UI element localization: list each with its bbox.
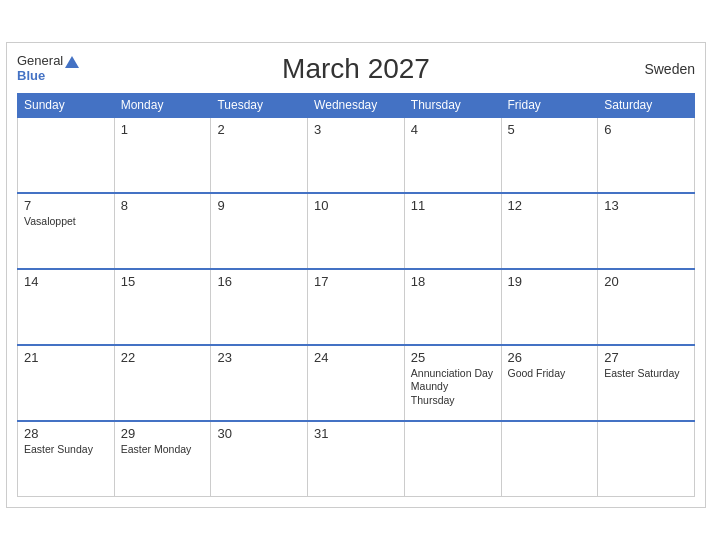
day-number: 23 (217, 350, 301, 365)
calendar-cell: 11 (404, 193, 501, 269)
calendar-cell: 14 (18, 269, 115, 345)
event-label: Easter Saturday (604, 367, 688, 381)
calendar-cell: 3 (308, 117, 405, 193)
day-number: 1 (121, 122, 205, 137)
country-label: Sweden (644, 61, 695, 77)
day-number: 11 (411, 198, 495, 213)
day-number: 25 (411, 350, 495, 365)
event-label: Maundy Thursday (411, 380, 495, 407)
col-sunday: Sunday (18, 93, 115, 117)
calendar-grid: Sunday Monday Tuesday Wednesday Thursday… (17, 93, 695, 498)
day-number: 16 (217, 274, 301, 289)
day-number: 24 (314, 350, 398, 365)
calendar-week-row: 7Vasaloppet8910111213 (18, 193, 695, 269)
day-number: 7 (24, 198, 108, 213)
day-number: 5 (508, 122, 592, 137)
calendar-cell: 5 (501, 117, 598, 193)
day-number: 29 (121, 426, 205, 441)
calendar-container: General Blue March 2027 Sweden Sunday Mo… (6, 42, 706, 509)
day-number: 19 (508, 274, 592, 289)
calendar-cell: 20 (598, 269, 695, 345)
calendar-cell: 10 (308, 193, 405, 269)
calendar-cell: 24 (308, 345, 405, 421)
day-number: 9 (217, 198, 301, 213)
day-number: 31 (314, 426, 398, 441)
calendar-title: March 2027 (17, 53, 695, 85)
calendar-cell: 19 (501, 269, 598, 345)
logo-blue-text: Blue (17, 69, 45, 83)
day-number: 17 (314, 274, 398, 289)
event-label: Annunciation Day (411, 367, 495, 381)
day-number: 4 (411, 122, 495, 137)
calendar-cell: 26Good Friday (501, 345, 598, 421)
calendar-cell: 17 (308, 269, 405, 345)
col-wednesday: Wednesday (308, 93, 405, 117)
calendar-cell: 29Easter Monday (114, 421, 211, 497)
calendar-cell: 12 (501, 193, 598, 269)
event-label: Easter Sunday (24, 443, 108, 457)
col-tuesday: Tuesday (211, 93, 308, 117)
col-monday: Monday (114, 93, 211, 117)
day-number: 14 (24, 274, 108, 289)
day-number: 3 (314, 122, 398, 137)
weekday-header-row: Sunday Monday Tuesday Wednesday Thursday… (18, 93, 695, 117)
calendar-cell: 21 (18, 345, 115, 421)
day-number: 12 (508, 198, 592, 213)
calendar-cell: 9 (211, 193, 308, 269)
day-number: 26 (508, 350, 592, 365)
calendar-header: General Blue March 2027 Sweden (17, 53, 695, 85)
calendar-cell: 4 (404, 117, 501, 193)
logo-general-text: General (17, 54, 79, 68)
logo-triangle-icon (65, 56, 79, 68)
calendar-cell: 31 (308, 421, 405, 497)
day-number: 18 (411, 274, 495, 289)
calendar-cell: 8 (114, 193, 211, 269)
calendar-cell (404, 421, 501, 497)
day-number: 6 (604, 122, 688, 137)
calendar-cell: 7Vasaloppet (18, 193, 115, 269)
calendar-cell (598, 421, 695, 497)
event-label: Vasaloppet (24, 215, 108, 229)
calendar-cell: 25Annunciation DayMaundy Thursday (404, 345, 501, 421)
calendar-cell: 22 (114, 345, 211, 421)
logo: General Blue (17, 54, 79, 83)
col-thursday: Thursday (404, 93, 501, 117)
calendar-cell: 1 (114, 117, 211, 193)
day-number: 15 (121, 274, 205, 289)
calendar-cell: 13 (598, 193, 695, 269)
day-number: 22 (121, 350, 205, 365)
calendar-week-row: 28Easter Sunday29Easter Monday3031 (18, 421, 695, 497)
day-number: 21 (24, 350, 108, 365)
calendar-cell: 15 (114, 269, 211, 345)
calendar-week-row: 123456 (18, 117, 695, 193)
day-number: 20 (604, 274, 688, 289)
day-number: 30 (217, 426, 301, 441)
calendar-week-row: 2122232425Annunciation DayMaundy Thursda… (18, 345, 695, 421)
calendar-cell: 23 (211, 345, 308, 421)
day-number: 8 (121, 198, 205, 213)
calendar-cell: 18 (404, 269, 501, 345)
calendar-week-row: 14151617181920 (18, 269, 695, 345)
day-number: 10 (314, 198, 398, 213)
calendar-cell (501, 421, 598, 497)
day-number: 2 (217, 122, 301, 137)
day-number: 28 (24, 426, 108, 441)
calendar-cell (18, 117, 115, 193)
day-number: 13 (604, 198, 688, 213)
col-saturday: Saturday (598, 93, 695, 117)
calendar-cell: 2 (211, 117, 308, 193)
calendar-cell: 16 (211, 269, 308, 345)
calendar-cell: 6 (598, 117, 695, 193)
col-friday: Friday (501, 93, 598, 117)
calendar-cell: 27Easter Saturday (598, 345, 695, 421)
event-label: Easter Monday (121, 443, 205, 457)
event-label: Good Friday (508, 367, 592, 381)
day-number: 27 (604, 350, 688, 365)
calendar-cell: 28Easter Sunday (18, 421, 115, 497)
calendar-cell: 30 (211, 421, 308, 497)
